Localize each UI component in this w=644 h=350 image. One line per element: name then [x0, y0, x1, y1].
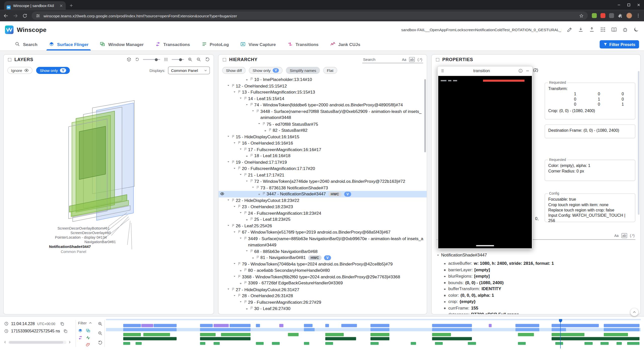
trace-entry-segment[interactable] [617, 342, 622, 345]
url-text[interactable]: winscope.teams.x20web.corp.google.com/pr… [44, 13, 576, 18]
match-case-icon[interactable]: Aa [402, 57, 406, 61]
pin-flag-icon[interactable] [243, 146, 248, 151]
tree-row[interactable]: 23 - OneHanded:18:23#23 [219, 204, 427, 210]
trace-entry-segment[interactable] [143, 333, 170, 336]
trace-entry-segment[interactable] [518, 342, 526, 345]
pin-flag-icon[interactable] [231, 159, 236, 164]
match-word-icon[interactable]: ab [409, 57, 415, 62]
reload-button[interactable] [22, 13, 27, 18]
trace-entry-segment[interactable] [272, 342, 280, 345]
tree-node-label[interactable]: 80 - ace6abb SecondaryHomeHandle0#80 [248, 267, 330, 274]
tree-node-label[interactable]: 21 - Leaf:17:17#21 [248, 172, 284, 178]
pin-flag-icon[interactable] [249, 178, 254, 183]
layer-label[interactable]: NavigationBar0#81 [84, 240, 116, 244]
trace-entry-segment[interactable] [200, 333, 216, 336]
pin-flag-icon[interactable] [256, 254, 261, 259]
trace-entry-segment[interactable] [518, 333, 534, 336]
expand-arrow-icon[interactable] [244, 102, 249, 107]
timeline-scrollbar[interactable] [3, 339, 71, 345]
trace-entry-segment[interactable] [411, 342, 416, 345]
properties-scrollbar[interactable] [638, 71, 640, 214]
expand-arrow-icon[interactable] [226, 159, 231, 164]
tree-node-label[interactable]: 18 - Leaf:16:16#18 [254, 153, 291, 159]
pin-flag-icon[interactable] [237, 140, 242, 145]
property-item[interactable]: crop:{empty} [444, 299, 638, 305]
rotation-reset-icon[interactable] [135, 58, 139, 62]
pin-flag-icon[interactable] [256, 108, 261, 113]
trace-entry-segment[interactable] [516, 328, 539, 331]
trace-entry-segment[interactable] [288, 333, 299, 336]
tree-row[interactable]: 28 - OneHanded:26:31#28 [219, 293, 427, 299]
trace-entry-segment[interactable] [200, 337, 250, 340]
pin-flag-icon[interactable] [249, 76, 254, 81]
timeline-zoom-in-icon[interactable] [98, 321, 103, 326]
trace-entry-segment[interactable] [371, 342, 379, 345]
pin-flag-icon[interactable] [249, 153, 254, 157]
trace-entry-segment[interactable] [585, 342, 593, 345]
extensions-puzzle-icon[interactable] [618, 13, 623, 18]
layer-label[interactable]: Common Panel [61, 250, 86, 254]
pin-flag-icon[interactable] [231, 223, 236, 227]
simplify-names-toggle[interactable]: Simplify names [286, 67, 320, 74]
minimize-icon[interactable] [525, 69, 530, 73]
hierarchy-tree[interactable]: 10 - ImePlaceholder:13:14#1012 - OneHand… [219, 76, 427, 314]
collapse-filter-icon[interactable] [88, 321, 92, 325]
trace-entry-segment[interactable] [432, 333, 451, 336]
tree-node-label[interactable]: 3449 - Surface(name=885b63e NavigationBa… [248, 235, 423, 248]
tree-row[interactable]: 10 - ImePlaceholder:13:14#10 [219, 76, 427, 83]
expand-arrow-icon[interactable] [238, 235, 243, 240]
show-only-toggle[interactable]: Show only V [249, 67, 283, 74]
tree-node-label[interactable]: 72 - WindowToken{a2746de type=2040 andro… [254, 178, 405, 185]
trace-entry-segment[interactable] [341, 324, 357, 327]
timeline-canvas[interactable] [106, 319, 641, 349]
expand-arrow-icon[interactable] [238, 96, 243, 100]
window-minimize-button[interactable] [617, 3, 621, 7]
trace-entry-segment[interactable] [135, 342, 142, 345]
wm-trace-icon[interactable] [86, 328, 90, 333]
profile-avatar[interactable] [626, 13, 632, 19]
trace-entry-segment[interactable] [304, 328, 315, 331]
timeline-zoom-out-icon[interactable] [98, 331, 103, 336]
trace-entry-segment[interactable] [432, 328, 472, 331]
trace-entry-segment[interactable] [325, 342, 333, 345]
property-item[interactable]: currFrame:155 [444, 305, 638, 312]
pin-flag-icon[interactable] [237, 229, 242, 234]
trace-entry-segment[interactable] [551, 333, 585, 336]
expand-arrow-icon[interactable] [232, 274, 237, 278]
filter-presets-button[interactable]: Filter Presets [599, 40, 639, 49]
hierarchy-scrollbar[interactable] [424, 79, 426, 152]
reset-view-icon[interactable] [205, 57, 210, 62]
tree-node-label[interactable]: 15 - HideDisplayCutout:16:16#15 [236, 134, 299, 140]
expand-arrow-icon[interactable] [226, 223, 231, 228]
trace-entry-segment[interactable] [304, 324, 312, 327]
protolog-trace-icon[interactable] [86, 335, 90, 340]
tree-node-label[interactable]: 3369 - 67726bf EdgeBackGestureHandler0#3… [248, 280, 343, 286]
tree-row[interactable]: 12 - OneHanded:15:15#12 [219, 83, 427, 89]
trace-entry-segment[interactable] [213, 324, 229, 327]
tree-node-label[interactable]: 13 - FullscreenMagnification:15:15#13 [242, 89, 315, 95]
tree-row[interactable]: 26 - Leaf:25:25#26 [219, 223, 427, 229]
tree-row[interactable]: 3449 - Surface(name=885b63e NavigationBa… [219, 235, 427, 248]
tree-node-label[interactable]: 75 - ed70f88 StatusBar#75 [267, 121, 318, 127]
tree-node-label[interactable]: 29 - FullscreenMagnification:26:27#29 [248, 299, 321, 305]
layer-label[interactable]: ScreenDecorOverlayBottom#61 [57, 226, 109, 230]
tree-row[interactable]: 29 - FullscreenMagnification:26:27#29 [219, 299, 427, 305]
new-tab-button[interactable] [69, 3, 73, 8]
tab-view-capture[interactable]: View Capture [235, 38, 282, 51]
expand-arrow-icon[interactable] [251, 108, 256, 113]
documentation-icon[interactable] [611, 27, 617, 32]
trace-entry-segment[interactable] [200, 324, 213, 327]
regex-icon[interactable]: (.*) [418, 57, 422, 61]
pin-flag-icon[interactable] [237, 204, 242, 208]
trace-entry-segment[interactable] [304, 342, 309, 345]
tree-row[interactable]: 13 - FullscreenMagnification:15:15#13 [219, 89, 427, 95]
expand-arrow-icon[interactable] [226, 134, 231, 138]
tree-node-label[interactable]: 10 - ImePlaceholder:13:14#10 [254, 76, 312, 83]
trace-entry-segment[interactable] [123, 337, 177, 340]
match-case-icon[interactable]: Aa [614, 234, 619, 238]
tree-node-label[interactable]: 24 - FullscreenMagnification:18:23#24 [248, 210, 321, 216]
trace-entry-segment[interactable] [123, 342, 130, 345]
tree-row[interactable]: 74 - WindowToken{fdddbe6 type=2000 andro… [219, 102, 427, 108]
tree-row[interactable]: 22 - HideDisplayCutout:18:23#22 [219, 197, 427, 203]
trace-entry-segment[interactable] [325, 337, 356, 340]
